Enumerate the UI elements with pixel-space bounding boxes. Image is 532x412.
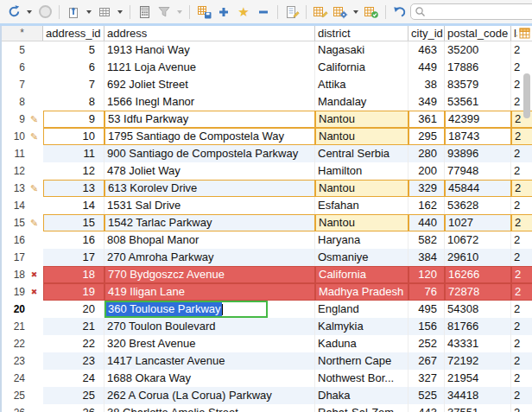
row-gutter[interactable]: 17 <box>2 249 43 266</box>
cell-district[interactable]: Nantou <box>315 128 408 145</box>
cell-city_id[interactable]: 582 <box>408 231 445 249</box>
cell-last_update[interactable]: 2 <box>511 162 532 180</box>
cell-address[interactable]: 270 Toulon Boulevard <box>104 318 315 335</box>
cell-city_id[interactable]: 120 <box>408 266 445 283</box>
cell-district[interactable]: Madhya Pradesh <box>315 283 408 301</box>
filter-dropdown-caret[interactable] <box>177 10 182 14</box>
favorites-button[interactable]: ★ <box>234 3 253 22</box>
cell-last_update[interactable]: 2 <box>511 249 532 266</box>
cell-address_id[interactable]: 7 <box>43 76 104 93</box>
row-number[interactable]: 25 <box>2 387 25 404</box>
cell-last_update[interactable]: 2 <box>511 41 532 59</box>
row-number[interactable]: 18 <box>2 266 25 283</box>
cell-postal_code[interactable]: 37551 <box>445 404 511 412</box>
cell-postal_code[interactable]: 29610 <box>445 249 511 266</box>
cell-last_update[interactable]: 2 <box>511 352 532 370</box>
row-gutter[interactable]: 11 <box>2 145 43 162</box>
cell-district[interactable]: Nantou <box>315 111 408 128</box>
column-header-district[interactable]: district <box>315 26 408 41</box>
cell-address[interactable]: 270 Amroha Parkway <box>104 249 315 266</box>
row-gutter[interactable]: 5 <box>2 41 43 59</box>
row-number[interactable]: 6 <box>2 59 25 76</box>
cell-city_id[interactable]: 525 <box>408 387 445 404</box>
cell-city_id[interactable]: 38 <box>408 76 445 93</box>
row-number[interactable]: 22 <box>2 335 25 352</box>
row-gutter[interactable]: 22 <box>2 335 43 352</box>
cell-address[interactable]: 900 Santiago de Compostela Parkway <box>104 145 315 162</box>
cell-address[interactable]: 478 Joliet Way <box>104 162 315 180</box>
cell-city_id[interactable]: 449 <box>408 59 445 76</box>
commit-table-button[interactable] <box>362 3 381 22</box>
cell-postal_code[interactable]: 1027 <box>445 214 511 231</box>
cell-address_id[interactable]: 19 <box>43 283 104 301</box>
cell-city_id[interactable]: 200 <box>408 162 445 180</box>
cell-postal_code[interactable]: 77948 <box>445 162 511 180</box>
cell-address_id[interactable]: 18 <box>43 266 104 283</box>
cell-address_id[interactable]: 13 <box>43 180 104 197</box>
stop-button[interactable] <box>35 3 54 22</box>
cell-address[interactable]: 1531 Sal Drive <box>104 197 315 214</box>
table-options-dropdown-caret[interactable] <box>353 10 358 14</box>
cell-address[interactable]: 1795 Santiago de Compostela Way <box>104 128 315 145</box>
view-grid-button[interactable] <box>95 3 114 22</box>
undo-button[interactable] <box>390 3 409 22</box>
row-number[interactable]: 26 <box>2 404 25 412</box>
cell-city_id[interactable]: 440 <box>408 214 445 231</box>
search-input[interactable] <box>426 5 532 19</box>
cell-address[interactable]: 692 Joliet Street <box>104 76 315 93</box>
cell-postal_code[interactable]: 83579 <box>445 76 511 93</box>
cell-postal_code[interactable]: 18743 <box>445 128 511 145</box>
cell-address[interactable]: 53 Idfu Parkway <box>104 111 315 128</box>
cell-address_id[interactable]: 6 <box>43 59 104 76</box>
cell-address[interactable]: 38 Charlotte Amelie Street <box>104 404 315 412</box>
cell-city_id[interactable]: 463 <box>408 41 445 59</box>
cell-address[interactable]: 1121 Loja Avenue <box>104 59 315 76</box>
cell-city_id[interactable]: 267 <box>408 352 445 370</box>
row-number[interactable]: 16 <box>2 231 25 249</box>
row-number[interactable]: 20 <box>2 301 25 318</box>
cell-address_id[interactable]: 20 <box>43 301 104 318</box>
cell-last_update[interactable]: 2 <box>511 145 532 162</box>
row-gutter[interactable]: 7 <box>2 76 43 93</box>
column-header-city_id[interactable]: city_id <box>408 26 445 41</box>
row-number[interactable]: 24 <box>2 370 25 387</box>
cell-address[interactable]: 320 Brest Avenue <box>104 335 315 352</box>
cell-postal_code[interactable]: 72192 <box>445 352 511 370</box>
row-gutter[interactable]: 24 <box>2 370 43 387</box>
cell-address[interactable]: 1417 Lancaster Avenue <box>104 352 315 370</box>
row-number[interactable]: 17 <box>2 249 25 266</box>
cell-address[interactable]: 808 Bhopal Manor <box>104 231 315 249</box>
row-number[interactable]: 13 <box>2 180 25 197</box>
row-gutter[interactable]: 15✎ <box>2 214 43 231</box>
cell-postal_code[interactable]: 21954 <box>445 370 511 387</box>
cell-address_id[interactable]: 9 <box>43 111 104 128</box>
row-gutter[interactable]: 19✖ <box>2 283 43 301</box>
row-gutter[interactable]: 14 <box>2 197 43 214</box>
row-number[interactable]: 21 <box>2 318 25 335</box>
view-grid-dropdown-caret[interactable] <box>117 10 123 14</box>
cell-postal_code[interactable]: 53628 <box>445 197 511 214</box>
cell-address_id[interactable]: 16 <box>43 231 104 249</box>
add-row-button[interactable] <box>214 3 233 22</box>
cell-address[interactable]: 770 Bydgoszcz Avenue <box>104 266 315 283</box>
cell-last_update[interactable]: 2 <box>511 197 532 214</box>
row-number[interactable]: 14 <box>2 197 25 214</box>
cell-postal_code[interactable]: 10672 <box>445 231 511 249</box>
row-gutter[interactable]: 18✖ <box>2 266 43 283</box>
cell-postal_code[interactable]: 43331 <box>445 335 511 352</box>
cell-city_id[interactable]: 361 <box>408 111 445 128</box>
cell-district[interactable]: California <box>315 266 408 283</box>
cell-address_id[interactable]: 21 <box>43 318 104 335</box>
submit-changes-button[interactable] <box>194 3 213 22</box>
cell-last_update[interactable]: 2 <box>511 318 532 335</box>
cell-postal_code[interactable]: 93896 <box>445 145 511 162</box>
cell-city_id[interactable]: 443 <box>408 404 445 412</box>
cell-city_id[interactable]: 495 <box>408 301 445 318</box>
cell-address[interactable]: 1913 Hanoi Way <box>104 41 315 59</box>
row-number[interactable]: 19 <box>2 283 25 301</box>
table-options-button[interactable] <box>331 3 350 22</box>
row-gutter[interactable]: 10✎ <box>2 128 43 145</box>
row-number[interactable]: 7 <box>2 76 25 93</box>
row-gutter[interactable]: 16 <box>2 231 43 249</box>
cell-address[interactable]: 1688 Okara Way <box>104 370 315 387</box>
